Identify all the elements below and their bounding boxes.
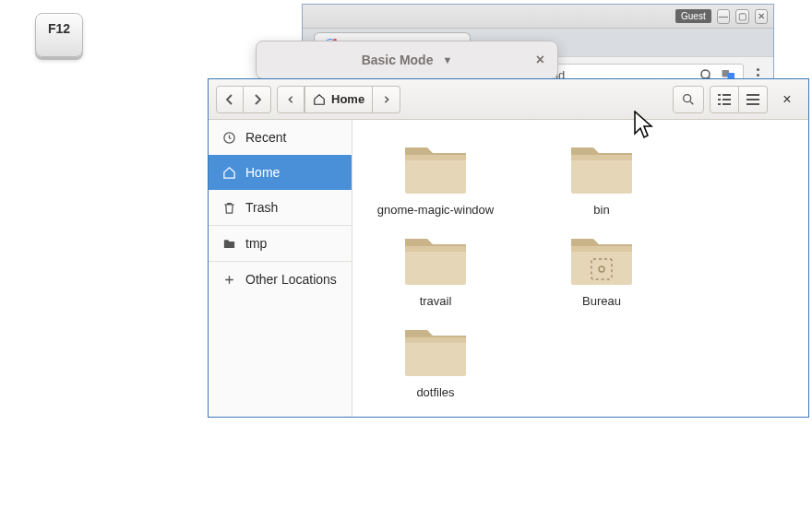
- path-bar: Home: [277, 86, 400, 113]
- sidebar-item-label: tmp: [245, 236, 267, 251]
- svg-rect-15: [571, 155, 632, 194]
- maximize-button[interactable]: ▢: [735, 9, 748, 24]
- sidebar-item-trash[interactable]: Trash: [209, 190, 352, 225]
- folder-item[interactable]: Bureau: [537, 228, 666, 310]
- nautilus-window: Home × Recent: [208, 78, 809, 418]
- svg-rect-13: [405, 155, 466, 194]
- path-label: Home: [331, 92, 364, 106]
- minimize-button[interactable]: —: [717, 9, 730, 24]
- svg-point-4: [684, 94, 691, 101]
- nautilus-close-button[interactable]: ×: [773, 86, 801, 113]
- sidebar-item-label: Recent: [245, 130, 286, 145]
- folder-icon: [221, 237, 236, 251]
- folder-item[interactable]: gnome-magic-window: [371, 136, 500, 218]
- f12-key: F12: [35, 13, 83, 57]
- svg-rect-17: [405, 246, 466, 285]
- clock-icon: [221, 131, 236, 145]
- folder-label: dotfiles: [416, 385, 454, 401]
- folder-item[interactable]: dotfiles: [371, 319, 500, 401]
- plus-icon: [221, 274, 236, 286]
- folder-content-area[interactable]: gnome-magic-windowbintravailBureaudotfil…: [352, 120, 808, 417]
- svg-point-0: [701, 70, 710, 78]
- folder-item[interactable]: travail: [371, 228, 500, 310]
- sidebar-item-tmp[interactable]: tmp: [209, 226, 352, 261]
- sidebar-item-other-locations[interactable]: Other Locations: [209, 262, 352, 297]
- folder-label: gnome-magic-window: [377, 203, 494, 218]
- dropdown-close-icon[interactable]: ×: [536, 52, 544, 68]
- svg-rect-9: [722, 99, 731, 100]
- folder-label: Bureau: [582, 294, 621, 310]
- svg-rect-18: [405, 246, 466, 252]
- svg-rect-16: [571, 155, 632, 160]
- search-button[interactable]: [673, 86, 704, 113]
- view-list-button[interactable]: [710, 86, 739, 113]
- chevron-down-icon: ▼: [442, 54, 452, 65]
- svg-rect-14: [405, 155, 466, 160]
- sidebar-item-recent[interactable]: Recent: [209, 120, 352, 155]
- guest-badge[interactable]: Guest: [675, 9, 711, 23]
- chrome-titlebar: Guest — ▢ ✕: [303, 5, 773, 29]
- svg-rect-23: [405, 337, 466, 376]
- home-icon: [221, 166, 236, 180]
- sidebar-item-label: Other Locations: [245, 272, 337, 287]
- folder-label: bin: [593, 203, 609, 218]
- folder-label: travail: [420, 294, 452, 310]
- svg-rect-8: [718, 99, 721, 100]
- nav-buttons: [216, 86, 271, 113]
- path-segment-home[interactable]: Home: [304, 86, 373, 113]
- back-button[interactable]: [216, 86, 244, 113]
- mode-dropdown[interactable]: Basic Mode ▼ ×: [256, 41, 558, 79]
- path-prev-button[interactable]: [277, 86, 304, 113]
- svg-rect-11: [722, 103, 731, 105]
- trash-icon: [221, 201, 236, 215]
- svg-rect-24: [405, 337, 466, 343]
- svg-rect-7: [722, 94, 731, 96]
- mouse-cursor: [634, 111, 656, 142]
- forward-button[interactable]: [244, 86, 271, 113]
- nautilus-headerbar: Home ×: [209, 79, 808, 120]
- hamburger-menu-button[interactable]: [739, 86, 768, 113]
- sidebar-item-home[interactable]: Home: [209, 155, 352, 190]
- path-next-button[interactable]: [373, 86, 400, 113]
- svg-rect-10: [718, 103, 721, 105]
- folder-item[interactable]: bin: [537, 136, 666, 218]
- svg-rect-6: [718, 94, 721, 96]
- svg-line-5: [690, 101, 693, 104]
- sidebar-item-label: Home: [245, 165, 280, 180]
- sidebar-item-label: Trash: [245, 200, 278, 215]
- dropdown-label: Basic Mode: [362, 53, 434, 67]
- nautilus-sidebar: Recent Home Trash tmp: [209, 120, 352, 417]
- close-window-button[interactable]: ✕: [755, 9, 768, 24]
- svg-rect-20: [571, 246, 632, 252]
